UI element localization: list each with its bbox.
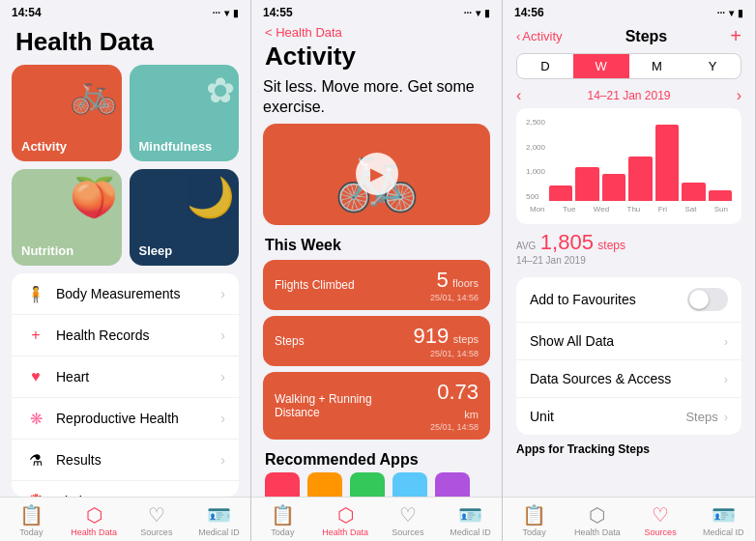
show-all-data-item[interactable]: Show All Data › bbox=[516, 323, 741, 360]
activity-card[interactable]: 🚲 Activity bbox=[12, 65, 122, 161]
back-to-activity[interactable]: ‹ Activity bbox=[516, 29, 563, 43]
wifi-icon: ▾ bbox=[224, 8, 229, 18]
chart-x-labels: Mon Tue Wed Thu Fri Sat Sun bbox=[526, 203, 732, 214]
tab-sources-1[interactable]: ♡ Sources bbox=[126, 503, 189, 537]
period-week[interactable]: W bbox=[573, 54, 629, 78]
tab-healthdata-3[interactable]: ⬡ Health Data bbox=[566, 503, 628, 537]
heart-chevron: › bbox=[220, 369, 225, 384]
time-2: 14:55 bbox=[263, 6, 293, 19]
today-icon-1: 📋 bbox=[19, 503, 44, 527]
body-measurements-item[interactable]: 🧍 Body Measurements › bbox=[12, 273, 239, 315]
bar-mon bbox=[549, 185, 572, 201]
flights-date: 25/01, 14:56 bbox=[430, 293, 479, 302]
avg-unit: steps bbox=[597, 239, 625, 252]
health-records-label: Health Records bbox=[56, 327, 220, 343]
wifi-icon-2: ▾ bbox=[476, 8, 480, 18]
activity-hero-card[interactable]: 🚲 ▶ bbox=[263, 124, 490, 225]
tab-today-2[interactable]: 📋 Today bbox=[251, 503, 314, 537]
play-button[interactable]: ▶ bbox=[356, 153, 398, 195]
sources-label-3: Sources bbox=[645, 527, 677, 537]
apps-tracking-label: Apps for Tracking Steps bbox=[503, 435, 755, 456]
label-sat: Sat bbox=[684, 205, 696, 214]
rec-app-1[interactable] bbox=[265, 472, 300, 497]
health-records-icon: + bbox=[25, 325, 46, 346]
add-steps-button[interactable]: + bbox=[730, 25, 741, 47]
steps-title: Steps bbox=[563, 28, 731, 45]
back-to-health-data[interactable]: < Health Data bbox=[265, 25, 342, 40]
sources-label-2: Sources bbox=[392, 527, 423, 537]
walking-unit: km bbox=[464, 409, 479, 420]
results-item[interactable]: ⚗ Results › bbox=[12, 440, 239, 481]
rec-app-2[interactable] bbox=[307, 472, 342, 497]
show-all-data-label: Show All Data bbox=[530, 333, 724, 349]
walking-distance-card[interactable]: Walking + Running Distance 0.73 km 25/01… bbox=[263, 372, 490, 440]
today-label-2: Today bbox=[271, 527, 294, 537]
battery-icon-2: ▮ bbox=[484, 8, 490, 18]
tab-sources-3[interactable]: ♡ Sources bbox=[629, 503, 692, 537]
today-label-3: Today bbox=[523, 527, 546, 537]
healthdata-icon-1: ⬡ bbox=[86, 503, 102, 527]
chart-bars-container bbox=[549, 116, 732, 203]
label-fri: Fri bbox=[658, 205, 667, 214]
medicalid-label-1: Medical ID bbox=[198, 527, 240, 537]
date-navigation: ‹ 14–21 Jan 2019 › bbox=[503, 85, 755, 108]
period-year[interactable]: Y bbox=[684, 54, 741, 78]
tab-bar-2: 📋 Today ⬡ Health Data ♡ Sources 🪪 Medica… bbox=[251, 497, 502, 541]
steps-value-group: 919 steps 25/01, 14:58 bbox=[414, 324, 479, 358]
tab-today-1[interactable]: 📋 Today bbox=[0, 503, 63, 537]
time-1: 14:54 bbox=[12, 6, 42, 19]
vitals-item[interactable]: 🫀 Vitals › bbox=[12, 481, 239, 497]
date-next-arrow[interactable]: › bbox=[737, 87, 741, 104]
heart-label: Heart bbox=[56, 369, 220, 384]
health-records-item[interactable]: + Health Records › bbox=[12, 315, 239, 356]
tab-medicalid-3[interactable]: 🪪 Medical ID bbox=[692, 503, 755, 537]
favourites-toggle[interactable] bbox=[687, 288, 728, 311]
tab-today-3[interactable]: 📋 Today bbox=[503, 503, 566, 537]
date-prev-arrow[interactable]: ‹ bbox=[516, 87, 521, 104]
unit-item[interactable]: Unit Steps › bbox=[516, 398, 741, 435]
heart-icon: ♥ bbox=[25, 366, 46, 387]
tab-bar-3: 📋 Today ⬡ Health Data ♡ Sources 🪪 Medica… bbox=[503, 497, 755, 541]
signal-icon: ··· bbox=[213, 8, 220, 18]
nutrition-card[interactable]: 🍑 Nutrition bbox=[12, 169, 122, 266]
recommended-apps-title: Recommended Apps bbox=[251, 445, 502, 472]
unit-label: Unit bbox=[530, 409, 685, 424]
rec-app-3[interactable] bbox=[350, 472, 385, 497]
date-range-label: 14–21 Jan 2019 bbox=[587, 89, 670, 102]
reproductive-item[interactable]: ❋ Reproductive Health › bbox=[12, 398, 239, 440]
today-icon-3: 📋 bbox=[522, 503, 546, 527]
flights-value: 5 bbox=[436, 268, 448, 292]
walking-date: 25/01, 14:58 bbox=[420, 422, 479, 432]
tab-healthdata-2[interactable]: ⬡ Health Data bbox=[314, 503, 377, 537]
nutrition-icon: 🍑 bbox=[70, 175, 118, 220]
back-chevron-3: ‹ bbox=[516, 29, 520, 43]
medicalid-label-3: Medical ID bbox=[703, 527, 744, 537]
status-bar-1: 14:54 ··· ▾ ▮ bbox=[0, 0, 250, 23]
health-categories-list: 🧍 Body Measurements › + Health Records ›… bbox=[12, 273, 239, 497]
tab-sources-2[interactable]: ♡ Sources bbox=[377, 503, 440, 537]
toggle-knob bbox=[689, 290, 709, 309]
rec-app-4[interactable] bbox=[393, 472, 427, 497]
label-thu: Thu bbox=[627, 205, 641, 214]
data-sources-item[interactable]: Data Sources & Access › bbox=[516, 360, 741, 398]
avg-date: 14–21 Jan 2019 bbox=[516, 255, 741, 266]
walking-label: Walking + Running Distance bbox=[275, 392, 420, 419]
sources-label-1: Sources bbox=[140, 527, 172, 537]
rec-app-5[interactable] bbox=[435, 472, 470, 497]
add-favourites-item[interactable]: Add to Favourites bbox=[516, 277, 741, 323]
period-month[interactable]: M bbox=[629, 54, 685, 78]
period-day[interactable]: D bbox=[517, 54, 573, 78]
tab-medicalid-1[interactable]: 🪪 Medical ID bbox=[188, 503, 250, 537]
heart-item[interactable]: ♥ Heart › bbox=[12, 356, 239, 398]
nutrition-label: Nutrition bbox=[21, 243, 112, 258]
sources-icon-3: ♡ bbox=[652, 503, 669, 527]
tab-healthdata-1[interactable]: ⬡ Health Data bbox=[63, 503, 126, 537]
mindfulness-card[interactable]: ✿ Mindfulness bbox=[130, 65, 240, 161]
steps-card[interactable]: Steps 919 steps 25/01, 14:58 bbox=[263, 316, 490, 366]
flights-climbed-card[interactable]: Flights Climbed 5 floors 25/01, 14:56 bbox=[263, 260, 490, 310]
tab-medicalid-2[interactable]: 🪪 Medical ID bbox=[439, 503, 502, 537]
sleep-card[interactable]: 🌙 Sleep bbox=[130, 169, 240, 266]
status-icons-3: ··· ▾ ▮ bbox=[717, 8, 743, 18]
avg-value: 1,805 bbox=[540, 230, 594, 254]
avg-row: AVG 1,805 steps bbox=[516, 230, 741, 255]
